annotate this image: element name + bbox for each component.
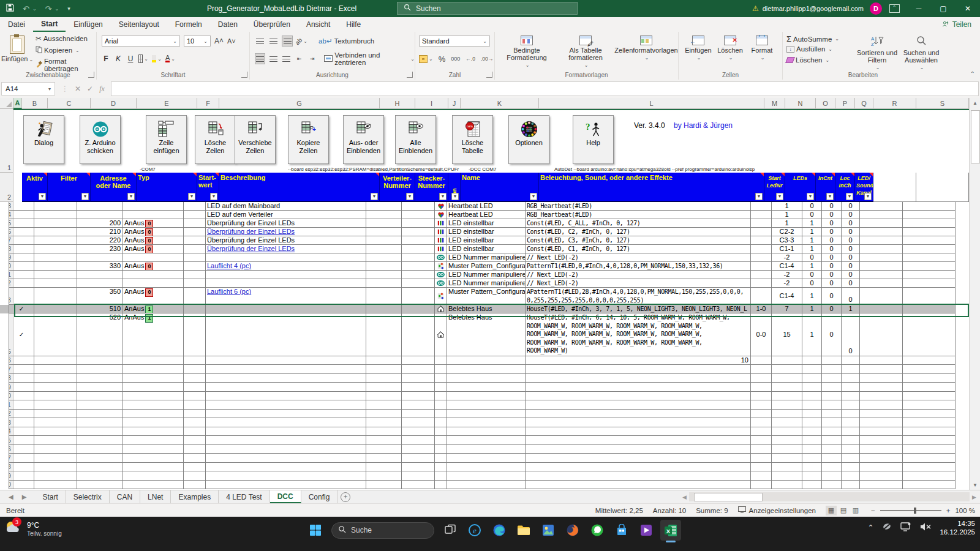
cell-I15[interactable] (402, 313, 435, 356)
cell-F4[interactable] (184, 211, 206, 219)
cell-O3[interactable]: 0 (802, 202, 822, 211)
cell-M25[interactable] (751, 436, 772, 445)
cell-J9[interactable] (435, 253, 447, 262)
cell-H6[interactable] (366, 228, 402, 236)
cell-S22[interactable] (903, 410, 956, 419)
filter-dropdown-icon[interactable]: ▼ (864, 193, 872, 200)
cell-M29[interactable] (751, 471, 772, 481)
cell-N24[interactable] (772, 427, 802, 437)
cell-O22[interactable] (802, 410, 822, 419)
cell-F11[interactable] (184, 271, 206, 279)
cell-N22[interactable] (772, 410, 802, 419)
cell-P27[interactable] (822, 454, 842, 463)
cell-P4[interactable]: 0 (822, 211, 842, 219)
cell-R11[interactable] (860, 271, 903, 279)
cell-C18[interactable] (34, 374, 77, 383)
cell-D5[interactable]: 200 (77, 219, 123, 228)
macro-button-arduino[interactable]: Z. Arduino schicken (80, 115, 121, 164)
cell-Q29[interactable] (842, 471, 860, 481)
cell-L21[interactable] (526, 400, 751, 410)
cell-C5[interactable] (34, 219, 77, 228)
cell-F3[interactable] (184, 202, 206, 211)
cell-S7[interactable] (903, 236, 956, 245)
cell-S24[interactable] (903, 427, 956, 437)
font-size-combo[interactable]: 10⌄ (184, 36, 211, 47)
cell-Q6[interactable]: 0 (842, 228, 860, 236)
cell-D19[interactable] (77, 383, 123, 392)
cell-G29[interactable] (206, 471, 366, 481)
cell-B5[interactable] (9, 219, 34, 228)
cell-K6[interactable]: LED einstellbar (447, 228, 526, 236)
align-right-button[interactable] (282, 54, 291, 64)
cell-H26[interactable] (366, 445, 402, 454)
cell-Q17[interactable] (842, 365, 860, 374)
cell-M11[interactable] (751, 271, 772, 279)
filter-dropdown-icon[interactable]: ▼ (846, 193, 853, 200)
cell-I7[interactable] (402, 236, 435, 245)
cell-I21[interactable] (402, 400, 435, 410)
cell-P17[interactable] (822, 365, 842, 374)
bold-button[interactable]: F (102, 54, 110, 63)
cell-P23[interactable] (822, 418, 842, 427)
account-info[interactable]: ⚠ dietmar.philipp1@googlemail.com (752, 4, 864, 13)
cell-K28[interactable] (447, 463, 526, 472)
cell-R8[interactable] (860, 245, 903, 253)
cell-I9[interactable] (402, 253, 435, 262)
cell-N5[interactable]: 1 (772, 219, 802, 228)
cell-J21[interactable] (435, 400, 447, 410)
cell-A6[interactable] (0, 228, 9, 236)
cell-R17[interactable] (860, 365, 903, 374)
increase-indent-button[interactable]: ⇥ (307, 54, 317, 64)
cell-G30[interactable] (206, 481, 366, 490)
cell-N11[interactable]: -2 (772, 271, 802, 279)
cell-S6[interactable] (903, 228, 956, 236)
cell-F28[interactable] (184, 463, 206, 472)
cell-P18[interactable] (822, 374, 842, 383)
font-name-combo[interactable]: Arial⌄ (102, 36, 180, 47)
cell-G19[interactable] (206, 383, 366, 392)
formula-input[interactable] (111, 81, 979, 96)
increase-decimal-button[interactable]: ←.0 (466, 56, 475, 62)
taskbar-app-whatsapp[interactable] (587, 520, 608, 541)
cell-H5[interactable] (366, 219, 402, 228)
cell-S19[interactable] (903, 383, 956, 392)
cell-K12[interactable]: LED Nummer manipulieren (447, 279, 526, 288)
cell-N9[interactable]: -2 (772, 253, 802, 262)
italic-button[interactable]: K (114, 54, 123, 63)
cell-R18[interactable] (860, 374, 903, 383)
taskbar-app-media-player[interactable] (636, 520, 657, 541)
cell-M28[interactable] (751, 463, 772, 472)
titlebar-search[interactable]: Suchen (397, 2, 578, 15)
cell-R28[interactable] (860, 463, 903, 472)
cell-L8[interactable]: Const(#LED, C1, #InCh, 0, 127) (526, 245, 751, 253)
cell-M30[interactable] (751, 481, 772, 490)
cell-R10[interactable] (860, 262, 903, 271)
column-header-R[interactable]: R (873, 98, 916, 109)
macro-button-hide-rows[interactable]: Aus- oder Einblenden (343, 115, 384, 164)
cell-S11[interactable] (903, 271, 956, 279)
cell-J30[interactable] (435, 481, 447, 490)
cell-I22[interactable] (402, 410, 435, 419)
cell-H20[interactable] (366, 392, 402, 401)
cell-B3[interactable] (9, 202, 34, 211)
cell-G3[interactable]: LED auf dem Mainboard (206, 202, 366, 211)
cell-E27[interactable] (123, 454, 184, 463)
cell-C6[interactable] (34, 228, 77, 236)
cell-A8[interactable] (0, 245, 9, 253)
cell-F12[interactable] (184, 279, 206, 288)
cell-G15[interactable] (206, 313, 366, 356)
cell-M22[interactable] (751, 410, 772, 419)
cell-K13[interactable]: Muster Pattern_Configurato (447, 288, 526, 305)
cell-S20[interactable] (903, 392, 956, 401)
cell-L10[interactable]: PatternT1(#LED,0,#InCh,4,0,128,0,PM_NORM… (526, 262, 751, 271)
cell-A11[interactable] (0, 271, 9, 279)
menu-tab-einfügen[interactable]: Einfügen (66, 17, 110, 32)
cell-B23[interactable] (9, 418, 34, 427)
font-dialog-launcher[interactable] (241, 72, 247, 78)
orientation-button[interactable]: ab (296, 36, 306, 46)
cell-S16[interactable] (903, 356, 956, 365)
cell-I8[interactable] (402, 245, 435, 253)
cell-D6[interactable]: 210 (77, 228, 123, 236)
cell-P28[interactable] (822, 463, 842, 472)
cell-C4[interactable] (34, 211, 77, 219)
